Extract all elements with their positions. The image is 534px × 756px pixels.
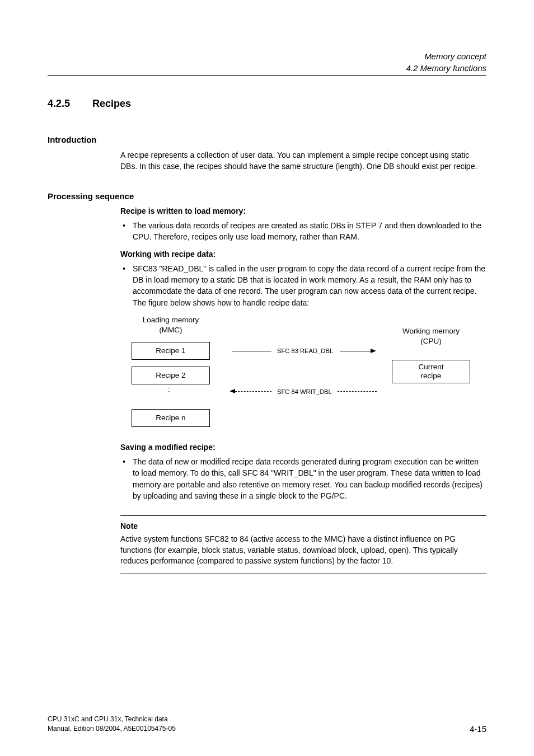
arrow-line	[340, 351, 371, 351]
page-number: 4-15	[470, 724, 486, 734]
footer-doc-id: Manual, Edition 08/2004, A5E00105475-05	[48, 725, 176, 732]
bullet-icon: •	[120, 456, 133, 501]
sfc84-label: SFC 84 WRIT_DBL	[277, 388, 332, 395]
bullet-item: • SFC83 "READ_DBL" is called in the user…	[120, 263, 486, 308]
label-text: Current	[418, 363, 443, 371]
arrow-line-dashed	[338, 391, 377, 392]
label-text: recipe	[421, 372, 442, 380]
bullet-text: The data of new or modified recipe data …	[133, 456, 486, 501]
recipe-n-box: Recipe n	[132, 409, 210, 427]
label-text: (MMC)	[159, 326, 182, 334]
footer-left: CPU 31xC and CPU 31x, Technical data Man…	[48, 715, 176, 734]
note-title: Note	[120, 522, 486, 530]
processing-sequence-block: Processing sequence Recipe is written to…	[48, 191, 486, 574]
arrow-line-dashed	[235, 391, 271, 392]
recipe-2-box: Recipe 2	[132, 367, 210, 384]
label-text: Working memory	[402, 327, 460, 335]
header-section: 4.2 Memory functions	[48, 62, 486, 74]
page-footer: CPU 31xC and CPU 31x, Technical data Man…	[48, 715, 486, 734]
processing-heading: Processing sequence	[48, 191, 486, 201]
working-memory-label: Working memory (CPU)	[383, 326, 479, 346]
recipe-diagram: Loading memory (MMC) Working memory (CPU…	[120, 315, 479, 433]
label-text: Loading memory	[143, 316, 199, 324]
working-data-heading: Working with recipe data:	[120, 250, 486, 259]
label-text: (CPU)	[420, 337, 442, 345]
section-title: Recipes	[92, 98, 131, 110]
section-number: 4.2.5	[48, 98, 92, 110]
footer-doc-title: CPU 31xC and CPU 31x, Technical data	[48, 715, 168, 723]
introduction-heading: Introduction	[48, 135, 486, 144]
arrow-left-icon	[229, 389, 235, 393]
bullet-text: SFC83 "READ_DBL" is called in the user p…	[133, 263, 486, 308]
bullet-item: • The various data records of recipes ar…	[120, 220, 486, 243]
introduction-block: Introduction A recipe represents a colle…	[48, 135, 486, 172]
loading-memory-label: Loading memory (MMC)	[126, 315, 216, 335]
bullet-text: The various data records of recipes are …	[133, 220, 486, 243]
bullet-item: • The data of new or modified recipe dat…	[120, 456, 486, 501]
current-recipe-box: Current recipe	[392, 360, 470, 383]
bullet-icon: •	[120, 220, 133, 243]
note-block: Note Active system functions SFC82 to 84…	[120, 515, 486, 574]
bullet-icon: •	[120, 263, 133, 308]
recipe-written-heading: Recipe is written to load memory:	[120, 206, 486, 215]
note-body: Active system functions SFC82 to 84 (act…	[120, 534, 486, 567]
arrow-line	[232, 351, 271, 351]
introduction-text: A recipe represents a collection of user…	[120, 150, 486, 172]
saving-recipe-heading: Saving a modified recipe:	[120, 443, 486, 452]
ellipsis: :	[168, 388, 170, 392]
sfc83-label: SFC 83 READ_DBL	[277, 348, 333, 354]
section-heading: 4.2.5 Recipes	[48, 98, 486, 110]
recipe-1-box: Recipe 1	[132, 342, 210, 360]
page-header: Memory concept 4.2 Memory functions	[48, 50, 486, 76]
header-chapter: Memory concept	[48, 50, 486, 62]
arrow-right-icon	[371, 349, 376, 353]
